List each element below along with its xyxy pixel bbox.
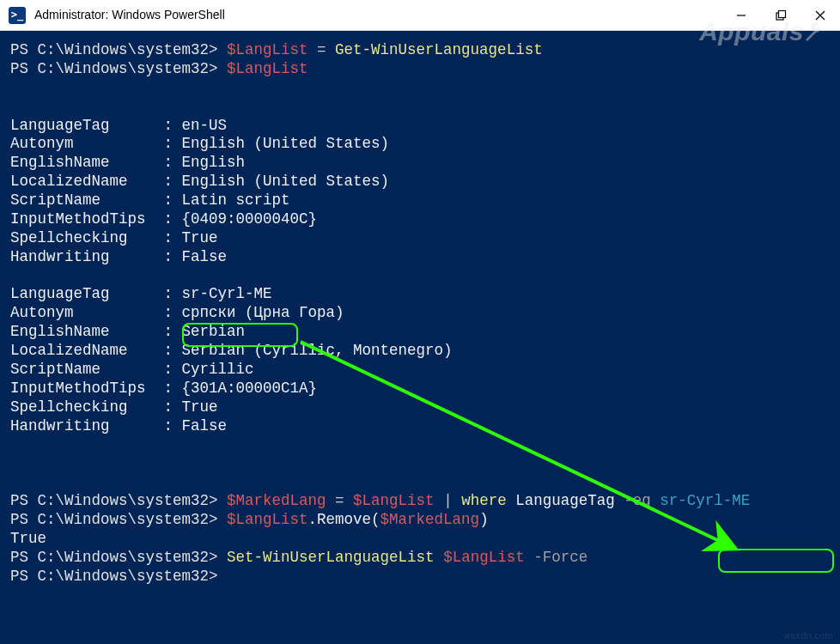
lang1-spell: Spellchecking : True: [10, 229, 835, 248]
watermark-logo: Appuals: [699, 15, 826, 48]
watermark-text: Appuals: [699, 15, 804, 48]
lang2-imt: InputMethodTips : {301A:00000C1A}: [10, 380, 835, 398]
lang2-autonym: Autonym : српски (Црна Гора): [10, 304, 835, 323]
annotation-highlight-target: [718, 549, 834, 573]
lang1-script: ScriptName : Latin script: [10, 191, 835, 210]
lang1-autonym: Autonym : English (United States): [10, 135, 835, 154]
command-line-4: PS C:\Windows\system32> $LangList.Remove…: [10, 511, 835, 530]
lang1-localized: LocalizedName : English (United States): [10, 173, 835, 191]
lang2-tag-value: sr-Cyrl-ME: [182, 285, 272, 302]
lang2-hand: Handwriting : False: [10, 417, 835, 436]
powershell-icon-glyph: >_: [11, 9, 23, 21]
lang1-english: EnglishName : English: [10, 154, 835, 173]
window-title: Administrator: Windows PowerShell: [34, 8, 225, 23]
lang2-localized: LocalizedName : Serbian (Cyrillic, Monte…: [10, 342, 835, 361]
command-line-6: PS C:\Windows\system32>: [10, 568, 835, 586]
lang2-spell: Spellchecking : True: [10, 398, 835, 417]
attribution-text: wsxdn.com: [783, 630, 833, 642]
terminal[interactable]: PS C:\Windows\system32> $LangList = Get-…: [0, 31, 840, 591]
command-line-5: PS C:\Windows\system32> Set-WinUserLangu…: [10, 549, 835, 568]
lang2-tag: LanguageTag : sr-Cyrl-ME: [10, 285, 835, 304]
lang1-hand: Handwriting : False: [10, 248, 835, 267]
command-4-output: True: [10, 530, 835, 549]
powershell-icon: >_: [9, 7, 26, 24]
command-line-3: PS C:\Windows\system32> $MarkedLang = $L…: [10, 492, 835, 511]
watermark-wrench-icon: [800, 19, 826, 45]
command-line-2: PS C:\Windows\system32> $LangList: [10, 60, 835, 79]
lang1-tag: LanguageTag : en-US: [10, 117, 835, 136]
lang2-english: EnglishName : Serbian: [10, 323, 835, 342]
lang1-imt: InputMethodTips : {0409:0000040C}: [10, 210, 835, 229]
annotation-highlight-source: [182, 323, 298, 347]
lang2-script: ScriptName : Cyrillic: [10, 361, 835, 380]
